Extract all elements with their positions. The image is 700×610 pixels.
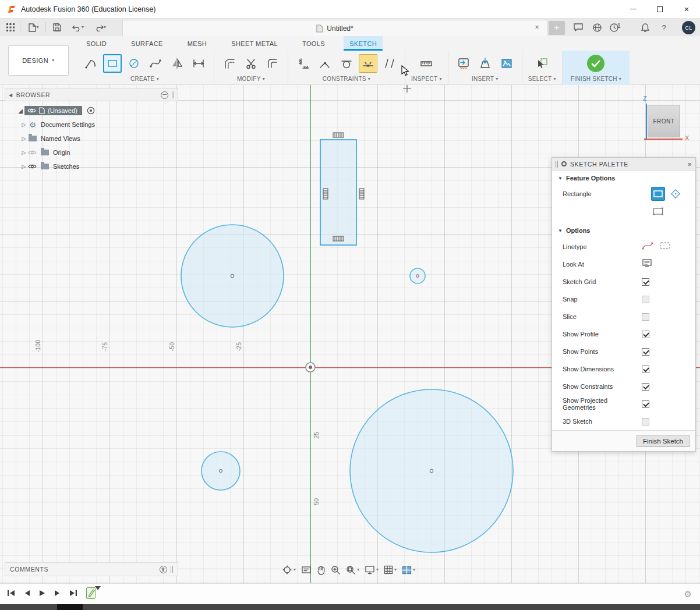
activate-target-icon[interactable] [87, 107, 95, 115]
tab-surface[interactable]: SURFACE [125, 36, 169, 51]
redo-button[interactable]: ▾ [92, 22, 108, 33]
close-button[interactable]: × [673, 0, 700, 18]
model-viewport[interactable]: -100 -75 -50 -25 25 50 ◀ BROWSER ◢ (U [0, 85, 700, 583]
browser-item-named-views[interactable]: ▷ Named Views [5, 132, 178, 146]
constraints-group-label[interactable]: CONSTRAINTS▾ [323, 76, 370, 82]
panel-grip-handle[interactable] [172, 91, 174, 98]
step-forward-button[interactable] [54, 589, 61, 600]
new-tab-button[interactable]: + [549, 21, 565, 35]
mirror-tool-button[interactable] [168, 54, 186, 73]
play-button[interactable] [38, 589, 46, 600]
save-button[interactable] [51, 22, 63, 33]
viewports-button[interactable]: ▾ [402, 566, 415, 574]
browser-panel-header[interactable]: ◀ BROWSER [5, 88, 178, 101]
rectangle-tool-button[interactable] [103, 54, 122, 73]
fillet-tool-button[interactable] [220, 54, 239, 73]
comments-icon[interactable] [572, 22, 584, 33]
construction-linetype-icon[interactable] [642, 241, 653, 253]
add-comment-icon[interactable] [160, 566, 167, 573]
offset-tool-button[interactable] [263, 54, 282, 73]
comments-bar[interactable]: COMMENTS [5, 562, 178, 576]
look-at-icon[interactable] [642, 258, 652, 270]
parallel-constraint-button[interactable] [380, 54, 399, 73]
3d-sketch-checkbox[interactable] [642, 418, 649, 425]
visibility-eye-icon[interactable] [27, 108, 36, 114]
hatch-constraint-glyph-top[interactable] [333, 133, 344, 137]
collapse-left-icon[interactable]: ◀ [9, 93, 13, 98]
inspect-group-label[interactable]: INSPECT▾ [411, 76, 442, 82]
hatch-constraint-glyph-left[interactable] [323, 189, 328, 199]
hatch-constraint-glyph-bottom[interactable] [333, 236, 344, 241]
circle-center-point[interactable] [416, 275, 419, 277]
expander-icon[interactable]: ▷ [20, 164, 28, 169]
browser-item-origin[interactable]: ▷ Origin [5, 146, 178, 159]
maximize-button[interactable] [646, 0, 673, 18]
browser-home-icon[interactable] [591, 22, 603, 33]
finish-sketch-label[interactable]: FINISH SKETCH▾ [571, 76, 621, 82]
trim-tool-button[interactable] [242, 54, 260, 73]
browser-root-row[interactable]: ◢ (Unsaved) [5, 104, 178, 118]
zoom-button[interactable] [331, 565, 341, 575]
two-point-rectangle-icon[interactable] [651, 187, 665, 201]
file-menu-button[interactable]: ▾ [26, 22, 42, 33]
show-dimensions-checkbox[interactable] [642, 366, 649, 373]
create-group-label[interactable]: CREATE▾ [130, 76, 159, 82]
tab-mesh[interactable]: MESH [182, 36, 213, 51]
show-profile-checkbox[interactable] [642, 331, 649, 338]
sketch-palette-header[interactable]: SKETCH PALETTE » [552, 158, 695, 171]
panel-grip-handle[interactable] [556, 161, 558, 168]
measure-button[interactable] [417, 54, 436, 73]
show-points-checkbox[interactable] [642, 348, 649, 356]
fit-button[interactable]: ▾ [346, 565, 359, 575]
skip-to-start-button[interactable] [7, 589, 16, 600]
tab-tools[interactable]: TOOLS [296, 36, 331, 51]
visibility-eye-off-icon[interactable] [28, 150, 37, 155]
grid-settings-button[interactable]: ▾ [384, 565, 397, 574]
tab-sheet-metal[interactable]: SHEET METAL [225, 36, 284, 51]
tab-sketch[interactable]: SKETCH [344, 36, 383, 51]
snap-checkbox[interactable] [642, 296, 649, 303]
browser-root-pill[interactable]: (Unsaved) [24, 106, 82, 115]
expander-icon[interactable]: ▷ [20, 122, 28, 127]
show-projected-geometries-checkbox[interactable] [642, 400, 649, 408]
circle-center-point[interactable] [231, 274, 234, 277]
insert-svg-button[interactable]: SVG [454, 54, 473, 73]
decal-button[interactable] [476, 54, 494, 73]
hatch-constraint-glyph-right[interactable] [359, 189, 364, 199]
collapse-circle-icon[interactable] [161, 91, 168, 99]
display-settings-button[interactable]: ▾ [365, 565, 379, 574]
centerline-linetype-icon[interactable] [659, 241, 671, 253]
coincident-constraint-button[interactable] [316, 54, 334, 73]
center-rectangle-icon[interactable] [669, 187, 683, 201]
viewcube[interactable]: Z FRONT X [641, 97, 691, 147]
finish-sketch-check-icon[interactable] [587, 55, 604, 72]
orbit-button[interactable]: ▾ [282, 565, 296, 575]
user-avatar[interactable]: CL [682, 21, 695, 34]
panel-grip-handle[interactable] [171, 566, 173, 573]
slice-checkbox[interactable] [642, 313, 649, 321]
three-point-rectangle-icon[interactable] [651, 204, 665, 218]
horizontal-vertical-constraint-button[interactable] [294, 54, 313, 73]
pan-button[interactable] [317, 565, 326, 575]
tangent-constraint-button[interactable] [337, 54, 356, 73]
help-icon[interactable]: ? [658, 22, 670, 33]
circle-center-point[interactable] [430, 469, 433, 472]
step-back-button[interactable] [23, 589, 31, 600]
notifications-bell-icon[interactable] [639, 22, 651, 33]
minimize-button[interactable] [620, 0, 646, 18]
spline-tool-button[interactable] [146, 54, 165, 73]
workspace-selector[interactable]: DESIGN ▾ [8, 45, 69, 76]
show-constraints-checkbox[interactable] [642, 383, 649, 391]
options-section[interactable]: ▼ Options [552, 223, 695, 238]
document-tab[interactable]: Untitled* × [122, 20, 547, 36]
browser-item-sketches[interactable]: ▷ Sketches [5, 159, 178, 173]
collapse-right-icon[interactable]: » [688, 160, 692, 168]
circle-center-point[interactable] [220, 470, 222, 473]
timeline-sketch-feature[interactable] [86, 587, 96, 599]
select-group-label[interactable]: SELECT▾ [528, 76, 556, 82]
skip-to-end-button[interactable] [69, 589, 77, 600]
viewcube-front-face[interactable]: FRONT [648, 105, 680, 137]
dimension-tool-button[interactable] [189, 54, 208, 73]
browser-item-document-settings[interactable]: ▷ ⚙ Document Settings [5, 118, 178, 132]
finish-sketch-button[interactable]: Finish Sketch [637, 435, 690, 447]
